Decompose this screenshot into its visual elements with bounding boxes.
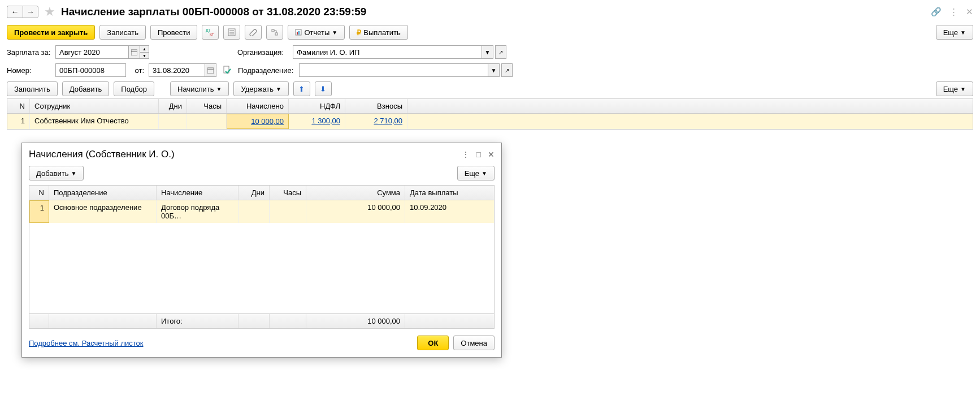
chevron-down-icon: ▼ <box>71 170 76 177</box>
col-filler <box>407 99 973 113</box>
col-hours[interactable]: Часы <box>187 99 227 113</box>
cell-ndfl[interactable]: 1 300,00 <box>289 114 345 129</box>
modal-close-icon[interactable]: ✕ <box>488 150 495 159</box>
table-row[interactable]: 1 Собственник Имя Отчество 10 000,00 1 3… <box>7 114 973 129</box>
mcol-sum[interactable]: Сумма <box>306 186 405 200</box>
modal-more-label: Еще <box>465 169 479 178</box>
withhold-label: Удержать <box>241 85 274 93</box>
mcol-n[interactable]: N <box>29 186 49 200</box>
form-row-2: Номер: от: Подразделение: ▼ ↗ <box>7 63 973 77</box>
mcell-n: 1 <box>29 200 49 223</box>
form-row-1: Зарплата за: ▲ ▼ Организация: ▼ ↗ <box>7 45 973 59</box>
cell-accrued[interactable]: 10 000,00 <box>227 114 289 129</box>
payout-button[interactable]: ₽ Выплатить <box>349 25 408 40</box>
accruals-modal: Начисления (Собственник И. О.) ⋮ □ ✕ Доб… <box>21 143 502 358</box>
month-down-button[interactable]: ▼ <box>140 52 149 59</box>
attach-icon-button[interactable] <box>245 25 262 40</box>
mcol-accrual[interactable]: Начисление <box>157 186 239 200</box>
salary-for-input[interactable] <box>55 45 129 59</box>
dtkt-icon-button[interactable]: ДтКт <box>202 25 219 40</box>
number-label: Номер: <box>7 66 51 75</box>
details-link[interactable]: Подробнее см. Расчетный листок <box>29 339 144 347</box>
col-accrued[interactable]: Начислено <box>227 99 289 113</box>
reports-label: Отчеты <box>304 28 329 37</box>
more-button[interactable]: Еще ▼ <box>936 25 973 40</box>
svg-rect-7 <box>275 33 277 35</box>
kebab-icon[interactable]: ⋮ <box>949 7 958 17</box>
accrual-row[interactable]: 1 Основное подразделение Договор подряда… <box>29 200 494 223</box>
number-input[interactable] <box>55 63 126 77</box>
dept-label: Подразделение: <box>238 66 294 75</box>
cell-hours <box>187 114 227 129</box>
mcol-hours[interactable]: Часы <box>270 186 306 200</box>
close-icon[interactable]: ✕ <box>966 7 973 17</box>
chevron-down-icon: ▼ <box>960 86 966 92</box>
mcell-accrual: Договор подряда 00Б… <box>157 200 239 223</box>
chevron-down-icon: ▼ <box>216 86 222 92</box>
chevron-down-icon: ▼ <box>276 86 281 92</box>
modal-maximize-icon[interactable]: □ <box>476 150 481 159</box>
nav-forward-button[interactable]: → <box>23 6 38 18</box>
link-icon[interactable]: 🔗 <box>931 7 942 17</box>
modal-ok-button[interactable]: ОК <box>417 336 449 350</box>
dept-input[interactable] <box>299 63 488 77</box>
nav-back-button[interactable]: ← <box>7 6 23 18</box>
structure-icon-button[interactable] <box>266 25 283 40</box>
col-employee[interactable]: Сотрудник <box>30 99 159 113</box>
col-n[interactable]: N <box>7 99 30 113</box>
list-icon-button[interactable] <box>223 25 240 40</box>
mcol-paydate[interactable]: Дата выплаты <box>405 186 473 200</box>
mcol-days[interactable]: Дни <box>239 186 270 200</box>
fill-button[interactable]: Заполнить <box>7 81 58 96</box>
post-button[interactable]: Провести <box>150 25 198 40</box>
total-value: 10 000,00 <box>306 314 405 328</box>
dropdown-icon[interactable]: ▼ <box>488 63 500 77</box>
page-title: Начисление зарплаты 00БП-000008 от 31.08… <box>61 6 366 18</box>
payout-label: Выплатить <box>363 28 401 37</box>
accruals-empty-area <box>29 223 494 313</box>
add-button[interactable]: Добавить <box>62 81 109 96</box>
accruals-table: N Подразделение Начисление Дни Часы Сумм… <box>29 185 495 329</box>
mcell-days <box>239 200 270 223</box>
modal-add-button[interactable]: Добавить ▼ <box>29 166 84 180</box>
col-days[interactable]: Дни <box>159 99 187 113</box>
col-contrib[interactable]: Взносы <box>345 99 407 113</box>
calendar-icon[interactable] <box>205 63 216 77</box>
svg-rect-10 <box>298 31 300 35</box>
modal-cancel-button[interactable]: Отмена <box>453 336 495 350</box>
pick-button[interactable]: Подбор <box>114 81 154 96</box>
modal-more-button[interactable]: Еще ▼ <box>457 166 495 180</box>
posted-doc-icon <box>221 64 233 76</box>
modal-kebab-icon[interactable]: ⋮ <box>462 150 470 159</box>
modal-add-label: Добавить <box>36 169 68 178</box>
col-ndfl[interactable]: НДФЛ <box>289 99 345 113</box>
open-ref-icon[interactable]: ↗ <box>495 45 506 59</box>
main-toolbar: Провести и закрыть Записать Провести ДтК… <box>7 25 973 40</box>
mcell-paydate: 10.09.2020 <box>405 200 473 223</box>
calendar-icon[interactable] <box>129 45 140 59</box>
mcell-sum: 10 000,00 <box>306 200 405 223</box>
more-label: Еще <box>943 85 958 93</box>
dropdown-icon[interactable]: ▼ <box>482 45 493 59</box>
svg-rect-11 <box>131 50 137 55</box>
cell-n: 1 <box>7 114 30 129</box>
reports-button[interactable]: Отчеты ▼ <box>288 25 345 40</box>
mcol-dept[interactable]: Подразделение <box>49 186 157 200</box>
table-more-button[interactable]: Еще ▼ <box>936 81 973 96</box>
chevron-down-icon: ▼ <box>332 29 337 36</box>
move-down-button[interactable]: ⬇ <box>315 81 332 96</box>
write-button[interactable]: Записать <box>99 25 146 40</box>
svg-text:Кт: Кт <box>210 32 214 36</box>
favorite-star-icon[interactable]: ★ <box>44 5 55 19</box>
month-up-button[interactable]: ▲ <box>140 45 149 52</box>
org-input[interactable] <box>293 45 482 59</box>
more-label: Еще <box>943 28 958 37</box>
open-ref-icon[interactable]: ↗ <box>501 63 513 77</box>
post-and-close-button[interactable]: Провести и закрыть <box>7 25 95 40</box>
cell-contrib[interactable]: 2 710,00 <box>345 114 407 129</box>
accrue-button[interactable]: Начислить ▼ <box>170 81 229 96</box>
withhold-button[interactable]: Удержать ▼ <box>233 81 289 96</box>
mcell-dept: Основное подразделение <box>49 200 157 223</box>
move-up-button[interactable]: ⬆ <box>293 81 310 96</box>
date-input[interactable] <box>149 63 205 77</box>
